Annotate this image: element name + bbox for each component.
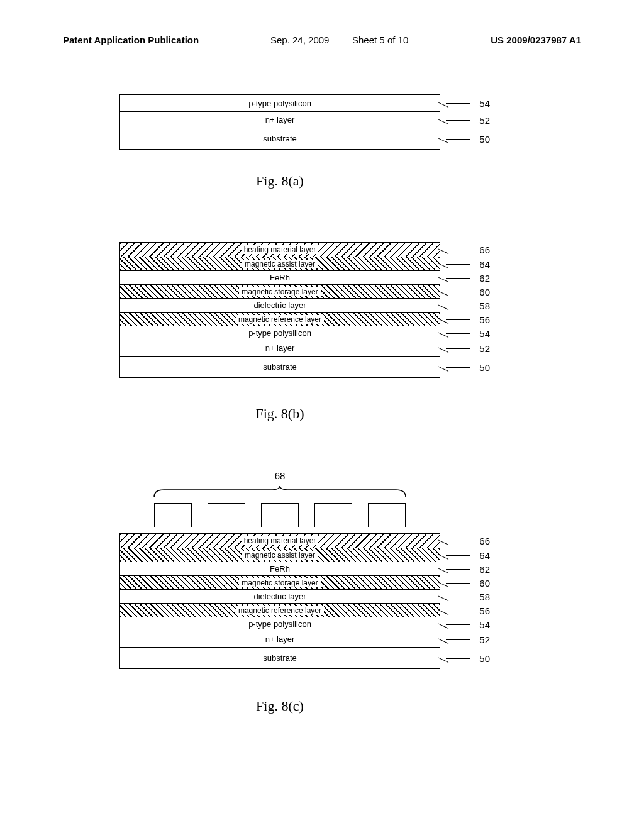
- layer-label: substrate: [263, 653, 296, 663]
- ref-number: 58: [479, 591, 490, 602]
- page-header: Patent Application Publication Sep. 24, …: [63, 35, 581, 38]
- ref-number: 64: [479, 258, 490, 269]
- mask-block: [208, 503, 245, 527]
- ref-number: 54: [479, 98, 490, 109]
- ref-number: 56: [479, 314, 490, 324]
- layer-label: n+ layer: [265, 343, 295, 353]
- layer-substrate: substrate 50: [120, 128, 440, 149]
- layer-label: magnetic reference layer: [236, 606, 324, 615]
- leader-line: [446, 348, 470, 349]
- mask-block: [368, 503, 406, 527]
- ref-number: 54: [479, 328, 490, 338]
- layer-polysilicon: p-type polysilicon 54: [120, 326, 440, 340]
- figure-caption-b: Fig. 8(b): [119, 406, 440, 422]
- ref-number: 56: [479, 605, 490, 616]
- layer-ferh: FeRh 62: [120, 562, 440, 575]
- ref-number: 62: [479, 272, 490, 283]
- ref-number: 52: [479, 343, 490, 353]
- leader-line: [446, 120, 470, 121]
- ref-number: 50: [479, 653, 490, 663]
- ref-number: 66: [479, 245, 490, 255]
- publication-label: Patent Application Publication: [63, 35, 199, 45]
- leader-line: [446, 264, 470, 265]
- leader-line: [446, 611, 470, 611]
- ref-number: 64: [479, 550, 490, 560]
- leader-line: [446, 583, 470, 584]
- mask-ref-number: 68: [275, 470, 286, 481]
- leader-line: [446, 139, 470, 140]
- layer-label: FeRh: [270, 564, 290, 573]
- figure-caption-c: Fig. 8(c): [119, 698, 440, 714]
- layer-nplus: n+ layer 52: [120, 340, 440, 356]
- ref-number: 54: [479, 619, 490, 629]
- layer-assist: magnetic assist layer 64: [120, 257, 440, 270]
- layer-label: substrate: [263, 134, 296, 143]
- layer-label: heating material layer: [242, 536, 319, 545]
- leader-line: [446, 250, 470, 250]
- mask-block: [314, 503, 352, 527]
- layer-label: FeRh: [270, 273, 290, 282]
- layer-label: dielectric layer: [253, 301, 306, 310]
- layer-dielectric: dielectric layer 58: [120, 298, 440, 312]
- leader-line: [446, 306, 470, 306]
- ref-number: 58: [479, 300, 490, 311]
- layer-label: n+ layer: [265, 115, 295, 124]
- publication-number: US 2009/0237987 A1: [491, 35, 581, 45]
- layer-substrate: substrate 50: [120, 647, 440, 668]
- layer-label: heating material layer: [242, 245, 319, 254]
- layer-label: magnetic storage layer: [239, 578, 320, 587]
- layer-stack-a: p-type polysilicon 54 n+ layer 52 substr…: [119, 94, 440, 150]
- sheet-number: Sheet 5 of 10: [352, 35, 408, 45]
- layer-reference: magnetic reference layer 56: [120, 312, 440, 326]
- leader-line: [446, 103, 470, 104]
- leader-line: [446, 319, 470, 320]
- leader-line: [446, 333, 470, 334]
- ref-number: 60: [479, 577, 490, 588]
- layer-heating: heating material layer 66: [120, 534, 440, 548]
- layer-label: p-type polysilicon: [248, 328, 311, 338]
- ref-number: 52: [479, 114, 490, 125]
- leader-line: [446, 541, 470, 541]
- ref-number: 52: [479, 634, 490, 645]
- layer-heating: heating material layer 66: [120, 243, 440, 257]
- layer-nplus: n+ layer 52: [120, 631, 440, 647]
- layer-storage: magnetic storage layer 60: [120, 284, 440, 298]
- figure-caption-a: Fig. 8(a): [119, 173, 440, 189]
- layer-label: magnetic storage layer: [239, 287, 320, 296]
- layer-stack-b: heating material layer 66 magnetic assis…: [119, 242, 440, 378]
- bracket-icon: [151, 486, 409, 497]
- leader-line: [446, 658, 470, 659]
- ref-number: 60: [479, 286, 490, 297]
- leader-line: [446, 597, 470, 597]
- leader-line: [446, 639, 470, 640]
- figure-8c: 68 heating material layer 66 magne: [119, 490, 440, 669]
- layer-reference: magnetic reference layer 56: [120, 603, 440, 617]
- layer-label: p-type polysilicon: [248, 619, 311, 629]
- layer-label: dielectric layer: [253, 592, 306, 601]
- layer-polysilicon: p-type polysilicon 54: [120, 95, 440, 111]
- mask-blocks: [119, 503, 440, 527]
- mask-block: [261, 503, 299, 527]
- layer-label: substrate: [263, 362, 296, 372]
- ref-number: 62: [479, 563, 490, 574]
- leader-line: [446, 569, 470, 570]
- leader-line: [446, 555, 470, 556]
- layer-label: magnetic reference layer: [236, 315, 324, 324]
- layer-dielectric: dielectric layer 58: [120, 589, 440, 603]
- layer-stack-c: heating material layer 66 magnetic assis…: [119, 533, 440, 669]
- ref-number: 50: [479, 133, 490, 144]
- leader-line: [446, 278, 470, 279]
- layer-ferh: FeRh 62: [120, 270, 440, 284]
- leader-line: [446, 624, 470, 625]
- layer-nplus: n+ layer 52: [120, 111, 440, 128]
- mask-block: [154, 503, 192, 527]
- leader-line: [446, 292, 470, 292]
- layer-polysilicon: p-type polysilicon 54: [120, 617, 440, 631]
- figure-8b: heating material layer 66 magnetic assis…: [119, 242, 440, 378]
- figure-8a: p-type polysilicon 54 n+ layer 52 substr…: [119, 94, 440, 150]
- leader-line: [446, 367, 470, 368]
- layer-substrate: substrate 50: [120, 356, 440, 377]
- ref-number: 50: [479, 362, 490, 372]
- layer-label: magnetic assist layer: [242, 551, 318, 560]
- publication-date: Sep. 24, 2009: [270, 35, 329, 45]
